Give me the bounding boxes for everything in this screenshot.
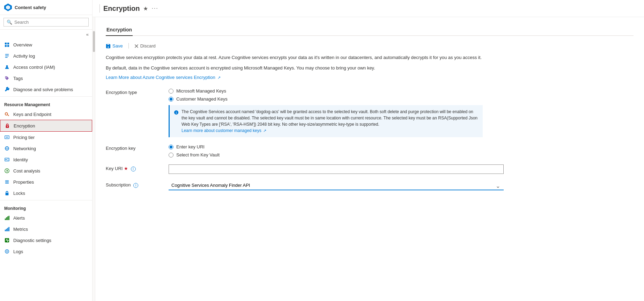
sidebar-item-access-control[interactable]: Access control (IAM) bbox=[0, 61, 92, 73]
properties-icon bbox=[4, 179, 10, 185]
svg-rect-30 bbox=[7, 228, 8, 232]
sidebar-item-label: Identity bbox=[13, 157, 28, 162]
key-uri-input[interactable] bbox=[169, 164, 504, 174]
encryption-icon bbox=[5, 123, 10, 129]
encryption-key-label: Encryption key bbox=[106, 144, 162, 151]
sidebar-item-tags[interactable]: Tags bbox=[0, 73, 92, 84]
discard-icon bbox=[134, 43, 139, 49]
sidebar-item-diagnostic[interactable]: Diagnostic settings bbox=[0, 235, 92, 246]
app-title: Content safety bbox=[15, 5, 46, 10]
sidebar-item-label: Alerts bbox=[13, 215, 25, 221]
sidebar-item-networking[interactable]: Networking bbox=[0, 143, 92, 154]
search-input[interactable] bbox=[14, 20, 86, 25]
discard-label: Discard bbox=[140, 43, 156, 49]
sidebar-item-logs[interactable]: Logs bbox=[0, 246, 92, 257]
svg-rect-0 bbox=[5, 43, 7, 44]
monitoring-title: Monitoring bbox=[0, 202, 92, 212]
radio-microsoft-managed[interactable]: Microsoft Managed Keys bbox=[169, 88, 634, 94]
svg-rect-21 bbox=[5, 182, 9, 182]
sidebar-item-cost[interactable]: Cost analysis bbox=[0, 165, 92, 176]
sidebar-item-alerts[interactable]: Alerts bbox=[0, 212, 92, 223]
svg-rect-3 bbox=[7, 45, 9, 47]
svg-point-7 bbox=[6, 65, 8, 67]
logs-icon bbox=[4, 249, 10, 254]
svg-rect-6 bbox=[5, 57, 8, 58]
description-1: Cognitive services encryption protects y… bbox=[106, 54, 490, 61]
sidebar-item-keys[interactable]: Keys and Endpoint bbox=[0, 109, 92, 120]
radio-customer-managed[interactable]: Customer Managed Keys bbox=[169, 96, 634, 102]
radio-key-vault-input[interactable] bbox=[169, 153, 173, 157]
sidebar-header: Content safety bbox=[0, 0, 92, 15]
sidebar-item-activity-log[interactable]: Activity log bbox=[0, 50, 92, 61]
sidebar-item-pricing[interactable]: Pricing tier bbox=[0, 132, 92, 143]
main-content: Encryption ★ ··· Encryption Sav bbox=[92, 0, 644, 301]
search-box[interactable]: 🔍 bbox=[3, 18, 89, 27]
sidebar-item-label: Overview bbox=[13, 42, 32, 47]
sidebar-item-label: Diagnose and solve problems bbox=[13, 87, 73, 92]
sidebar-item-label: Cost analysis bbox=[13, 168, 40, 174]
discard-button[interactable]: Discard bbox=[134, 43, 156, 49]
page-header: Encryption ★ ··· bbox=[92, 0, 644, 17]
azure-encryption-link[interactable]: Learn More about Azure Cognitive service… bbox=[106, 75, 221, 80]
metrics-icon bbox=[4, 226, 10, 232]
encryption-type-label: Encryption type bbox=[106, 88, 162, 95]
tab-encryption[interactable]: Encryption bbox=[106, 24, 133, 36]
svg-rect-2 bbox=[5, 45, 7, 47]
subscription-info-icon[interactable]: i bbox=[133, 183, 138, 188]
key-icon bbox=[4, 111, 10, 117]
radio-microsoft-managed-input[interactable] bbox=[169, 89, 173, 94]
key-uri-row: Key URI ★ i bbox=[106, 164, 634, 174]
radio-enter-uri-input[interactable] bbox=[169, 145, 173, 149]
tag-icon bbox=[4, 75, 10, 81]
sidebar-item-overview[interactable]: Overview bbox=[0, 39, 92, 50]
svg-rect-25 bbox=[6, 217, 7, 220]
sidebar-item-identity[interactable]: Identity bbox=[0, 154, 92, 165]
grid-icon bbox=[4, 42, 10, 47]
external-link-icon-2: ↗ bbox=[263, 129, 266, 133]
key-uri-control bbox=[169, 164, 634, 174]
sidebar-item-label: Locks bbox=[13, 191, 25, 196]
svg-rect-29 bbox=[6, 229, 7, 231]
sidebar-item-label: Keys and Endpoint bbox=[13, 112, 51, 117]
lock-icon bbox=[4, 190, 10, 196]
external-link-icon: ↗ bbox=[217, 75, 221, 80]
sidebar-item-label: Pricing tier bbox=[13, 135, 35, 140]
sidebar-item-locks[interactable]: Locks bbox=[0, 188, 92, 199]
encryption-type-radio-group: Microsoft Managed Keys Customer Managed … bbox=[169, 88, 634, 102]
sidebar-item-label: Metrics bbox=[13, 227, 28, 232]
sidebar-item-properties[interactable]: Properties bbox=[0, 176, 92, 188]
sidebar-item-label: Activity log bbox=[13, 53, 35, 59]
svg-rect-26 bbox=[7, 216, 8, 220]
save-button[interactable]: Save bbox=[106, 43, 123, 49]
customer-managed-keys-link[interactable]: Learn more about customer managed keys ↗ bbox=[182, 128, 266, 133]
more-options-button[interactable]: ··· bbox=[151, 5, 158, 12]
key-uri-info-icon[interactable]: i bbox=[131, 167, 136, 171]
subscription-control: Cognitive Services Anomaly Finder API bbox=[169, 181, 634, 190]
svg-rect-4 bbox=[5, 54, 9, 55]
svg-point-35 bbox=[7, 251, 7, 252]
sidebar-item-encryption[interactable]: Encryption bbox=[0, 120, 92, 132]
sidebar: Content safety 🔍 « Overview bbox=[0, 0, 92, 301]
save-label: Save bbox=[112, 43, 123, 49]
search-icon: 🔍 bbox=[7, 20, 12, 25]
radio-key-vault[interactable]: Select from Key Vault bbox=[169, 152, 634, 157]
pricing-icon bbox=[4, 134, 10, 140]
app-logo bbox=[4, 3, 12, 11]
subscription-row: Subscription i Cognitive Services Anomal… bbox=[106, 181, 634, 190]
radio-customer-managed-input[interactable] bbox=[169, 97, 173, 102]
encryption-type-row: Encryption type Microsoft Managed Keys C… bbox=[106, 88, 634, 137]
divider-1 bbox=[0, 96, 92, 97]
collapse-button[interactable]: « bbox=[0, 30, 92, 39]
network-icon bbox=[4, 146, 10, 151]
sidebar-item-metrics[interactable]: Metrics bbox=[0, 223, 92, 235]
subscription-select[interactable]: Cognitive Services Anomaly Finder API bbox=[169, 181, 504, 190]
sidebar-item-label: Encryption bbox=[14, 123, 35, 129]
scrollbar-thumb bbox=[93, 31, 95, 52]
sidebar-item-diagnose[interactable]: Diagnose and solve problems bbox=[0, 84, 92, 95]
cost-icon bbox=[4, 168, 10, 174]
sidebar-item-label: Logs bbox=[13, 249, 23, 254]
radio-enter-uri[interactable]: Enter key URI bbox=[169, 144, 634, 149]
scrollbar[interactable] bbox=[92, 17, 95, 301]
favorite-button[interactable]: ★ bbox=[143, 5, 148, 12]
page-content: Encryption Save bbox=[95, 17, 644, 301]
